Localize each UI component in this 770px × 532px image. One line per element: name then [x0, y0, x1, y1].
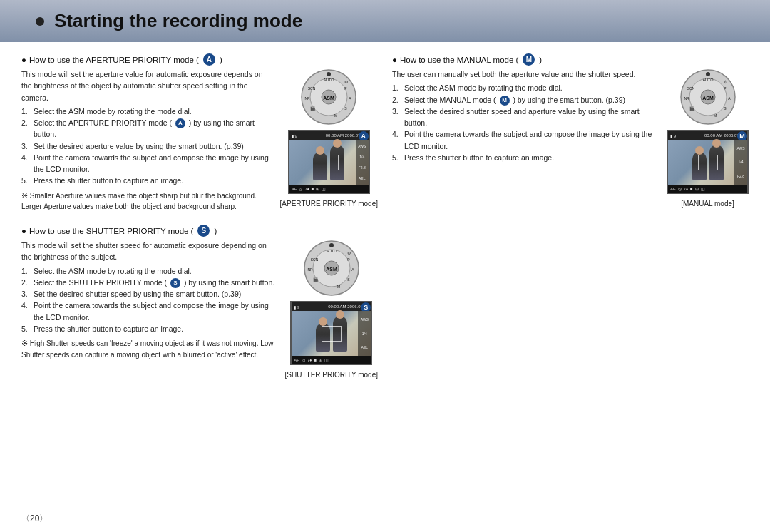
- cam-strip-text-ael: AEL: [359, 176, 365, 180]
- svg-text:SCN: SCN: [308, 86, 316, 91]
- shutter-mode-badge: S: [197, 225, 210, 237]
- shutter-intro-text: How to use the SHUTTER PRIORITY mode (: [29, 227, 194, 235]
- aperture-bullet: ●: [21, 56, 26, 64]
- list-item: 3.Set the desired aperture value by usin…: [21, 140, 272, 152]
- aperture-steps-list: 1.Select the ASM mode by rotating the mo…: [21, 106, 272, 187]
- manual-diagram-row: The user can manually set both the apert…: [392, 68, 749, 208]
- svg-text:🎬: 🎬: [310, 106, 316, 111]
- svg-text:⚙: ⚙: [724, 80, 727, 84]
- svg-text:⚙: ⚙: [344, 80, 348, 84]
- shutter-mode-dial-svg: ASM AUTO P A S M SCN NR ⚙ 🎬: [303, 240, 360, 297]
- shutter-body-text: This mode will set the shutter speed for…: [21, 240, 277, 263]
- shutter-cam-right-strip: AWS 1/4 AEL: [358, 311, 371, 356]
- shutter-diagrams: ASM AUTO P A S M SCN NR ⚙ 🎬: [285, 240, 378, 379]
- shutter-camera-screen: ▮ 9 00:00 AM 2006.07.01 S: [290, 301, 372, 365]
- right-column: ● How to use the MANUAL mode ( M ) The u…: [392, 53, 749, 392]
- aperture-note: ※ Smaller Aperture values make the objec…: [21, 190, 272, 213]
- main-content: ● How to use the APERTURE PRIORITY mode …: [0, 42, 770, 399]
- cam-strip-text-f28: F2.8: [359, 165, 366, 170]
- shutter-bullet: ●: [21, 227, 26, 235]
- shutter-caption: [SHUTTER PRIORITY mode]: [285, 371, 378, 379]
- list-item: 1.Select the ASM mode by rotating the mo…: [21, 265, 277, 277]
- shutter-diagram-row: This mode will set the shutter speed for…: [21, 240, 378, 379]
- svg-text:SCN: SCN: [311, 257, 319, 262]
- svg-text:AUTO: AUTO: [326, 249, 337, 253]
- manual-camera-screen: ▮ 9 00:00 AM 2006.07.01 M: [667, 130, 749, 194]
- svg-text:NR: NR: [305, 96, 311, 101]
- shutter-cam-top-bar: ▮ 9 00:00 AM 2006.07.01: [292, 302, 371, 311]
- aperture-caption: [APERTURE PRIORITY mode]: [280, 200, 378, 208]
- manual-intro-text: How to use the MANUAL mode (: [400, 56, 518, 64]
- svg-text:⚙: ⚙: [347, 251, 351, 255]
- manual-cam-right-strip: AWS 1/4 F2.8: [734, 140, 747, 185]
- shutter-note: ※ High Shutter speeds can 'freeze' a mov…: [21, 337, 277, 360]
- svg-text:SCN: SCN: [687, 86, 694, 91]
- svg-text:AUTO: AUTO: [702, 78, 714, 82]
- aperture-cam-top-bar: ▮ 9 00:00 AM 2006.07.01: [289, 131, 369, 140]
- svg-text:🎬: 🎬: [313, 277, 319, 282]
- step2-s-badge: S: [170, 278, 180, 288]
- page-title: Starting the recording mode: [54, 10, 302, 32]
- svg-text:ASM: ASM: [326, 267, 337, 272]
- shutter-priority-section: ● How to use the SHUTTER PRIORITY mode (…: [21, 225, 378, 379]
- cam-strip-text-aws: AWS: [358, 144, 366, 148]
- manual-section: ● How to use the MANUAL mode ( M ) The u…: [392, 53, 749, 208]
- list-item: 2.Select the SHUTTER PRIORITY mode ( S )…: [21, 277, 277, 288]
- aperture-camera-screen: ▮ 9 00:00 AM 2006.07.01 A: [288, 130, 370, 194]
- cam-strip-text-aws: AWS: [361, 317, 369, 322]
- cam-strip-text-14: 1/4: [362, 332, 367, 336]
- list-item: 5.Press the shutter button to capture an…: [21, 323, 277, 334]
- manual-section-header: ● How to use the MANUAL mode ( M ): [392, 53, 749, 66]
- list-item: 4.Point the camera towards the subject a…: [21, 300, 277, 323]
- svg-text:M: M: [337, 285, 340, 289]
- aperture-cam-bottom-bar: AF◎7♦■⊞◫: [289, 185, 369, 193]
- svg-text:ASM: ASM: [323, 96, 334, 101]
- list-item: 5.Press the shutter button to capture an…: [21, 175, 272, 186]
- manual-caption: [MANUAL mode]: [681, 200, 734, 208]
- svg-text:NR: NR: [684, 96, 689, 101]
- list-item: 1.Select the ASM mode by rotating the mo…: [392, 82, 658, 93]
- manual-mode-dial-svg: ASM AUTO P A S M SCN NR ⚙ 🎬: [679, 68, 736, 126]
- manual-steps-list: 1.Select the ASM mode by rotating the mo…: [392, 82, 658, 163]
- list-item: 2.Select the APERTURE PRIORITY mode ( A …: [21, 117, 272, 140]
- aperture-priority-section: ● How to use the APERTURE PRIORITY mode …: [21, 53, 378, 212]
- cam-strip-text-14: 1/4: [359, 155, 364, 159]
- aperture-cam-right-strip: AWS 1/4 F2.8 AEL: [356, 140, 369, 185]
- cam-strip-text-aws: AWS: [736, 146, 744, 150]
- aperture-body-text: This mode will set the aperture value fo…: [21, 68, 272, 103]
- svg-text:NR: NR: [307, 267, 313, 272]
- list-item: 3.Set the desired shutter speed by using…: [21, 288, 277, 300]
- manual-intro-end: ): [539, 56, 542, 64]
- svg-text:🎬: 🎬: [689, 106, 695, 111]
- aperture-mode-dial-svg: ASM AUTO P A S M SCN NR ⚙: [300, 68, 357, 126]
- svg-point-18: [329, 243, 334, 247]
- left-column: ● How to use the APERTURE PRIORITY mode …: [21, 53, 378, 392]
- manual-bullet: ●: [392, 56, 397, 64]
- cam-strip-text-f28: F2.8: [737, 174, 744, 178]
- manual-cam-bottom-bar: AF◎7♦■⊞◫: [668, 185, 747, 193]
- cam-focus-rect: [322, 326, 342, 342]
- list-item: 2.Select the MANUAL mode ( M ) by using …: [392, 94, 658, 106]
- page: Starting the recording mode ● How to use…: [0, 0, 770, 532]
- page-number: 〈20〉: [21, 513, 48, 525]
- svg-point-32: [706, 72, 710, 76]
- shutter-intro-end: ): [214, 227, 217, 235]
- aperture-mode-badge: A: [203, 53, 215, 66]
- manual-diagrams: ASM AUTO P A S M SCN NR ⚙ 🎬: [667, 68, 749, 208]
- svg-text:AUTO: AUTO: [324, 78, 335, 82]
- cam-focus-rect: [319, 155, 339, 170]
- svg-text:M: M: [713, 113, 716, 118]
- list-item: 4.Point the camera towards the subject a…: [392, 128, 658, 152]
- svg-text:ASM: ASM: [702, 96, 714, 101]
- svg-point-4: [327, 72, 331, 76]
- svg-text:M: M: [334, 113, 337, 118]
- cam-strip-text-ael: AEL: [361, 345, 368, 349]
- manual-cam-top-bar: ▮ 9 00:00 AM 2006.07.01: [668, 131, 747, 140]
- list-item: 4.Point the camera towards the subject a…: [21, 152, 272, 175]
- list-item: 3.Select the desired shutter speed and a…: [392, 106, 658, 129]
- manual-mode-badge: M: [523, 53, 535, 66]
- cam-strip-text-14: 1/4: [739, 160, 744, 164]
- header: Starting the recording mode: [0, 0, 770, 42]
- step2-a-badge: A: [175, 118, 185, 128]
- shutter-section-header: ● How to use the SHUTTER PRIORITY mode (…: [21, 225, 378, 237]
